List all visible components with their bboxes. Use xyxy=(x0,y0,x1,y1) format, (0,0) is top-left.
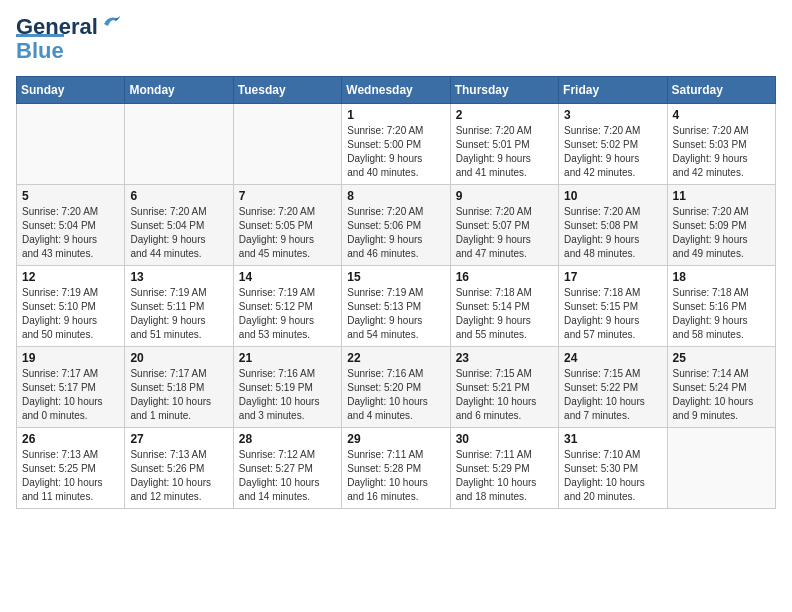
calendar-day-cell: 6Sunrise: 7:20 AM Sunset: 5:04 PM Daylig… xyxy=(125,185,233,266)
day-info: Sunrise: 7:19 AM Sunset: 5:13 PM Dayligh… xyxy=(347,286,444,342)
day-info: Sunrise: 7:20 AM Sunset: 5:02 PM Dayligh… xyxy=(564,124,661,180)
day-info: Sunrise: 7:18 AM Sunset: 5:15 PM Dayligh… xyxy=(564,286,661,342)
calendar-day-cell: 26Sunrise: 7:13 AM Sunset: 5:25 PM Dayli… xyxy=(17,428,125,509)
day-number: 20 xyxy=(130,351,227,365)
day-info: Sunrise: 7:19 AM Sunset: 5:11 PM Dayligh… xyxy=(130,286,227,342)
calendar-day-cell: 7Sunrise: 7:20 AM Sunset: 5:05 PM Daylig… xyxy=(233,185,341,266)
day-number: 12 xyxy=(22,270,119,284)
calendar-day-cell: 16Sunrise: 7:18 AM Sunset: 5:14 PM Dayli… xyxy=(450,266,558,347)
calendar-empty-cell xyxy=(17,104,125,185)
day-info: Sunrise: 7:20 AM Sunset: 5:01 PM Dayligh… xyxy=(456,124,553,180)
calendar-week-row: 5Sunrise: 7:20 AM Sunset: 5:04 PM Daylig… xyxy=(17,185,776,266)
calendar-day-cell: 8Sunrise: 7:20 AM Sunset: 5:06 PM Daylig… xyxy=(342,185,450,266)
day-info: Sunrise: 7:20 AM Sunset: 5:07 PM Dayligh… xyxy=(456,205,553,261)
calendar-day-cell: 20Sunrise: 7:17 AM Sunset: 5:18 PM Dayli… xyxy=(125,347,233,428)
day-info: Sunrise: 7:19 AM Sunset: 5:12 PM Dayligh… xyxy=(239,286,336,342)
calendar-day-cell: 21Sunrise: 7:16 AM Sunset: 5:19 PM Dayli… xyxy=(233,347,341,428)
day-info: Sunrise: 7:20 AM Sunset: 5:03 PM Dayligh… xyxy=(673,124,770,180)
day-info: Sunrise: 7:13 AM Sunset: 5:25 PM Dayligh… xyxy=(22,448,119,504)
day-number: 28 xyxy=(239,432,336,446)
day-number: 30 xyxy=(456,432,553,446)
day-number: 22 xyxy=(347,351,444,365)
day-number: 31 xyxy=(564,432,661,446)
calendar-empty-cell xyxy=(233,104,341,185)
logo: General Blue xyxy=(16,16,122,64)
day-number: 8 xyxy=(347,189,444,203)
day-number: 2 xyxy=(456,108,553,122)
day-info: Sunrise: 7:16 AM Sunset: 5:19 PM Dayligh… xyxy=(239,367,336,423)
day-info: Sunrise: 7:20 AM Sunset: 5:06 PM Dayligh… xyxy=(347,205,444,261)
day-info: Sunrise: 7:15 AM Sunset: 5:22 PM Dayligh… xyxy=(564,367,661,423)
calendar-day-cell: 15Sunrise: 7:19 AM Sunset: 5:13 PM Dayli… xyxy=(342,266,450,347)
day-info: Sunrise: 7:20 AM Sunset: 5:05 PM Dayligh… xyxy=(239,205,336,261)
day-info: Sunrise: 7:13 AM Sunset: 5:26 PM Dayligh… xyxy=(130,448,227,504)
day-number: 9 xyxy=(456,189,553,203)
day-info: Sunrise: 7:11 AM Sunset: 5:28 PM Dayligh… xyxy=(347,448,444,504)
calendar-day-cell: 23Sunrise: 7:15 AM Sunset: 5:21 PM Dayli… xyxy=(450,347,558,428)
calendar-day-cell: 28Sunrise: 7:12 AM Sunset: 5:27 PM Dayli… xyxy=(233,428,341,509)
calendar-day-cell: 5Sunrise: 7:20 AM Sunset: 5:04 PM Daylig… xyxy=(17,185,125,266)
day-number: 17 xyxy=(564,270,661,284)
calendar-header-wednesday: Wednesday xyxy=(342,77,450,104)
day-info: Sunrise: 7:18 AM Sunset: 5:14 PM Dayligh… xyxy=(456,286,553,342)
calendar-week-row: 26Sunrise: 7:13 AM Sunset: 5:25 PM Dayli… xyxy=(17,428,776,509)
calendar-day-cell: 30Sunrise: 7:11 AM Sunset: 5:29 PM Dayli… xyxy=(450,428,558,509)
day-number: 18 xyxy=(673,270,770,284)
day-info: Sunrise: 7:20 AM Sunset: 5:09 PM Dayligh… xyxy=(673,205,770,261)
calendar-empty-cell xyxy=(125,104,233,185)
day-number: 1 xyxy=(347,108,444,122)
calendar-day-cell: 10Sunrise: 7:20 AM Sunset: 5:08 PM Dayli… xyxy=(559,185,667,266)
day-info: Sunrise: 7:18 AM Sunset: 5:16 PM Dayligh… xyxy=(673,286,770,342)
calendar-day-cell: 4Sunrise: 7:20 AM Sunset: 5:03 PM Daylig… xyxy=(667,104,775,185)
calendar-day-cell: 25Sunrise: 7:14 AM Sunset: 5:24 PM Dayli… xyxy=(667,347,775,428)
calendar-header-sunday: Sunday xyxy=(17,77,125,104)
day-info: Sunrise: 7:17 AM Sunset: 5:18 PM Dayligh… xyxy=(130,367,227,423)
calendar-day-cell: 11Sunrise: 7:20 AM Sunset: 5:09 PM Dayli… xyxy=(667,185,775,266)
calendar-day-cell: 27Sunrise: 7:13 AM Sunset: 5:26 PM Dayli… xyxy=(125,428,233,509)
calendar-week-row: 12Sunrise: 7:19 AM Sunset: 5:10 PM Dayli… xyxy=(17,266,776,347)
day-number: 15 xyxy=(347,270,444,284)
day-info: Sunrise: 7:20 AM Sunset: 5:08 PM Dayligh… xyxy=(564,205,661,261)
calendar-day-cell: 18Sunrise: 7:18 AM Sunset: 5:16 PM Dayli… xyxy=(667,266,775,347)
day-number: 27 xyxy=(130,432,227,446)
calendar-header-tuesday: Tuesday xyxy=(233,77,341,104)
day-number: 29 xyxy=(347,432,444,446)
calendar-week-row: 1Sunrise: 7:20 AM Sunset: 5:00 PM Daylig… xyxy=(17,104,776,185)
day-number: 13 xyxy=(130,270,227,284)
day-info: Sunrise: 7:20 AM Sunset: 5:04 PM Dayligh… xyxy=(22,205,119,261)
calendar-day-cell: 13Sunrise: 7:19 AM Sunset: 5:11 PM Dayli… xyxy=(125,266,233,347)
day-number: 4 xyxy=(673,108,770,122)
day-number: 24 xyxy=(564,351,661,365)
calendar-day-cell: 22Sunrise: 7:16 AM Sunset: 5:20 PM Dayli… xyxy=(342,347,450,428)
day-info: Sunrise: 7:12 AM Sunset: 5:27 PM Dayligh… xyxy=(239,448,336,504)
day-number: 7 xyxy=(239,189,336,203)
day-number: 19 xyxy=(22,351,119,365)
calendar-day-cell: 17Sunrise: 7:18 AM Sunset: 5:15 PM Dayli… xyxy=(559,266,667,347)
calendar-header-monday: Monday xyxy=(125,77,233,104)
calendar-day-cell: 12Sunrise: 7:19 AM Sunset: 5:10 PM Dayli… xyxy=(17,266,125,347)
day-info: Sunrise: 7:10 AM Sunset: 5:30 PM Dayligh… xyxy=(564,448,661,504)
day-number: 6 xyxy=(130,189,227,203)
day-info: Sunrise: 7:19 AM Sunset: 5:10 PM Dayligh… xyxy=(22,286,119,342)
day-number: 25 xyxy=(673,351,770,365)
calendar-day-cell: 19Sunrise: 7:17 AM Sunset: 5:17 PM Dayli… xyxy=(17,347,125,428)
day-number: 21 xyxy=(239,351,336,365)
day-number: 11 xyxy=(673,189,770,203)
logo-blue-text: Blue xyxy=(16,34,64,64)
calendar-day-cell: 14Sunrise: 7:19 AM Sunset: 5:12 PM Dayli… xyxy=(233,266,341,347)
calendar-day-cell: 24Sunrise: 7:15 AM Sunset: 5:22 PM Dayli… xyxy=(559,347,667,428)
day-number: 26 xyxy=(22,432,119,446)
calendar-day-cell: 31Sunrise: 7:10 AM Sunset: 5:30 PM Dayli… xyxy=(559,428,667,509)
calendar-table: SundayMondayTuesdayWednesdayThursdayFrid… xyxy=(16,76,776,509)
day-info: Sunrise: 7:11 AM Sunset: 5:29 PM Dayligh… xyxy=(456,448,553,504)
calendar-header-thursday: Thursday xyxy=(450,77,558,104)
day-info: Sunrise: 7:20 AM Sunset: 5:04 PM Dayligh… xyxy=(130,205,227,261)
calendar-day-cell: 9Sunrise: 7:20 AM Sunset: 5:07 PM Daylig… xyxy=(450,185,558,266)
calendar-day-cell: 29Sunrise: 7:11 AM Sunset: 5:28 PM Dayli… xyxy=(342,428,450,509)
day-number: 16 xyxy=(456,270,553,284)
calendar-day-cell: 3Sunrise: 7:20 AM Sunset: 5:02 PM Daylig… xyxy=(559,104,667,185)
calendar-header-saturday: Saturday xyxy=(667,77,775,104)
day-info: Sunrise: 7:20 AM Sunset: 5:00 PM Dayligh… xyxy=(347,124,444,180)
day-info: Sunrise: 7:17 AM Sunset: 5:17 PM Dayligh… xyxy=(22,367,119,423)
day-number: 10 xyxy=(564,189,661,203)
